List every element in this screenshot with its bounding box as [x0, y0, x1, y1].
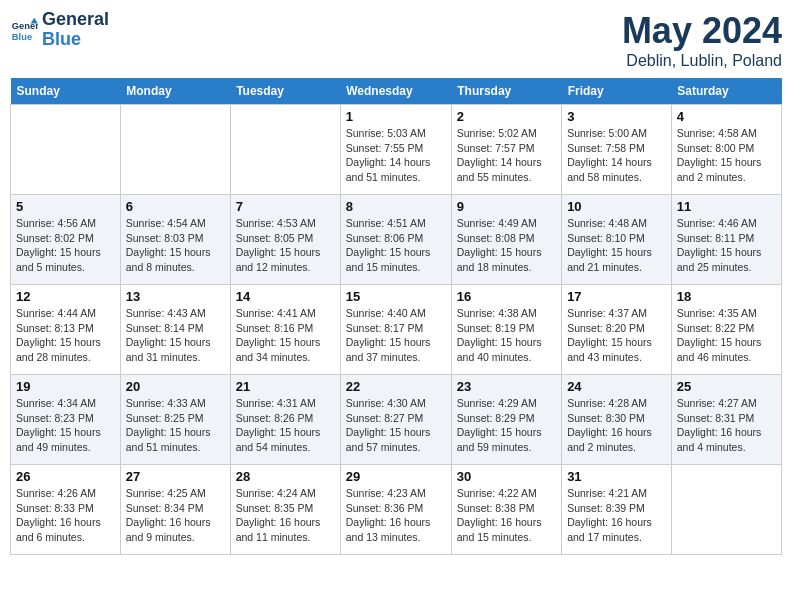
calendar-cell: 8Sunrise: 4:51 AM Sunset: 8:06 PM Daylig…	[340, 195, 451, 285]
day-info: Sunrise: 5:00 AM Sunset: 7:58 PM Dayligh…	[567, 126, 666, 185]
header-cell-thursday: Thursday	[451, 78, 561, 105]
header-row: SundayMondayTuesdayWednesdayThursdayFrid…	[11, 78, 782, 105]
calendar-cell: 19Sunrise: 4:34 AM Sunset: 8:23 PM Dayli…	[11, 375, 121, 465]
day-number: 17	[567, 289, 666, 304]
day-number: 8	[346, 199, 446, 214]
header-cell-saturday: Saturday	[671, 78, 781, 105]
day-info: Sunrise: 4:28 AM Sunset: 8:30 PM Dayligh…	[567, 396, 666, 455]
day-number: 9	[457, 199, 556, 214]
calendar-cell: 18Sunrise: 4:35 AM Sunset: 8:22 PM Dayli…	[671, 285, 781, 375]
day-info: Sunrise: 4:30 AM Sunset: 8:27 PM Dayligh…	[346, 396, 446, 455]
day-info: Sunrise: 4:51 AM Sunset: 8:06 PM Dayligh…	[346, 216, 446, 275]
day-number: 1	[346, 109, 446, 124]
day-info: Sunrise: 4:27 AM Sunset: 8:31 PM Dayligh…	[677, 396, 776, 455]
day-number: 18	[677, 289, 776, 304]
day-number: 4	[677, 109, 776, 124]
week-row-1: 5Sunrise: 4:56 AM Sunset: 8:02 PM Daylig…	[11, 195, 782, 285]
day-number: 28	[236, 469, 335, 484]
day-info: Sunrise: 4:24 AM Sunset: 8:35 PM Dayligh…	[236, 486, 335, 545]
day-number: 25	[677, 379, 776, 394]
calendar-cell: 22Sunrise: 4:30 AM Sunset: 8:27 PM Dayli…	[340, 375, 451, 465]
calendar-cell: 24Sunrise: 4:28 AM Sunset: 8:30 PM Dayli…	[562, 375, 672, 465]
day-number: 31	[567, 469, 666, 484]
day-info: Sunrise: 4:31 AM Sunset: 8:26 PM Dayligh…	[236, 396, 335, 455]
calendar-cell: 9Sunrise: 4:49 AM Sunset: 8:08 PM Daylig…	[451, 195, 561, 285]
day-number: 24	[567, 379, 666, 394]
day-info: Sunrise: 4:40 AM Sunset: 8:17 PM Dayligh…	[346, 306, 446, 365]
month-title: May 2024	[622, 10, 782, 52]
calendar-cell: 13Sunrise: 4:43 AM Sunset: 8:14 PM Dayli…	[120, 285, 230, 375]
day-number: 2	[457, 109, 556, 124]
day-info: Sunrise: 4:53 AM Sunset: 8:05 PM Dayligh…	[236, 216, 335, 275]
week-row-0: 1Sunrise: 5:03 AM Sunset: 7:55 PM Daylig…	[11, 105, 782, 195]
day-number: 11	[677, 199, 776, 214]
day-number: 13	[126, 289, 225, 304]
calendar-cell: 16Sunrise: 4:38 AM Sunset: 8:19 PM Dayli…	[451, 285, 561, 375]
day-info: Sunrise: 4:41 AM Sunset: 8:16 PM Dayligh…	[236, 306, 335, 365]
calendar-cell: 4Sunrise: 4:58 AM Sunset: 8:00 PM Daylig…	[671, 105, 781, 195]
day-number: 16	[457, 289, 556, 304]
day-number: 26	[16, 469, 115, 484]
day-number: 7	[236, 199, 335, 214]
day-info: Sunrise: 4:35 AM Sunset: 8:22 PM Dayligh…	[677, 306, 776, 365]
calendar-cell: 30Sunrise: 4:22 AM Sunset: 8:38 PM Dayli…	[451, 465, 561, 555]
calendar-cell	[230, 105, 340, 195]
svg-text:Blue: Blue	[12, 32, 32, 42]
day-info: Sunrise: 4:25 AM Sunset: 8:34 PM Dayligh…	[126, 486, 225, 545]
day-info: Sunrise: 4:37 AM Sunset: 8:20 PM Dayligh…	[567, 306, 666, 365]
week-row-3: 19Sunrise: 4:34 AM Sunset: 8:23 PM Dayli…	[11, 375, 782, 465]
calendar-cell: 2Sunrise: 5:02 AM Sunset: 7:57 PM Daylig…	[451, 105, 561, 195]
logo: General Blue General Blue	[10, 10, 109, 50]
logo-icon: General Blue	[10, 16, 38, 44]
calendar-cell: 15Sunrise: 4:40 AM Sunset: 8:17 PM Dayli…	[340, 285, 451, 375]
day-number: 22	[346, 379, 446, 394]
calendar-cell: 23Sunrise: 4:29 AM Sunset: 8:29 PM Dayli…	[451, 375, 561, 465]
calendar-cell: 14Sunrise: 4:41 AM Sunset: 8:16 PM Dayli…	[230, 285, 340, 375]
calendar-cell	[120, 105, 230, 195]
header-cell-monday: Monday	[120, 78, 230, 105]
day-info: Sunrise: 5:03 AM Sunset: 7:55 PM Dayligh…	[346, 126, 446, 185]
day-info: Sunrise: 4:38 AM Sunset: 8:19 PM Dayligh…	[457, 306, 556, 365]
day-info: Sunrise: 4:29 AM Sunset: 8:29 PM Dayligh…	[457, 396, 556, 455]
day-number: 21	[236, 379, 335, 394]
day-info: Sunrise: 4:46 AM Sunset: 8:11 PM Dayligh…	[677, 216, 776, 275]
title-area: May 2024 Deblin, Lublin, Poland	[622, 10, 782, 70]
calendar-cell: 12Sunrise: 4:44 AM Sunset: 8:13 PM Dayli…	[11, 285, 121, 375]
day-info: Sunrise: 4:54 AM Sunset: 8:03 PM Dayligh…	[126, 216, 225, 275]
location-title: Deblin, Lublin, Poland	[622, 52, 782, 70]
day-info: Sunrise: 4:21 AM Sunset: 8:39 PM Dayligh…	[567, 486, 666, 545]
calendar-cell: 29Sunrise: 4:23 AM Sunset: 8:36 PM Dayli…	[340, 465, 451, 555]
calendar-cell: 1Sunrise: 5:03 AM Sunset: 7:55 PM Daylig…	[340, 105, 451, 195]
header-cell-wednesday: Wednesday	[340, 78, 451, 105]
calendar-cell: 28Sunrise: 4:24 AM Sunset: 8:35 PM Dayli…	[230, 465, 340, 555]
header-cell-tuesday: Tuesday	[230, 78, 340, 105]
day-number: 29	[346, 469, 446, 484]
week-row-2: 12Sunrise: 4:44 AM Sunset: 8:13 PM Dayli…	[11, 285, 782, 375]
calendar-cell: 3Sunrise: 5:00 AM Sunset: 7:58 PM Daylig…	[562, 105, 672, 195]
calendar-cell: 11Sunrise: 4:46 AM Sunset: 8:11 PM Dayli…	[671, 195, 781, 285]
day-info: Sunrise: 5:02 AM Sunset: 7:57 PM Dayligh…	[457, 126, 556, 185]
day-number: 6	[126, 199, 225, 214]
day-info: Sunrise: 4:58 AM Sunset: 8:00 PM Dayligh…	[677, 126, 776, 185]
calendar-cell: 10Sunrise: 4:48 AM Sunset: 8:10 PM Dayli…	[562, 195, 672, 285]
calendar-table: SundayMondayTuesdayWednesdayThursdayFrid…	[10, 78, 782, 555]
day-number: 23	[457, 379, 556, 394]
calendar-cell: 26Sunrise: 4:26 AM Sunset: 8:33 PM Dayli…	[11, 465, 121, 555]
day-info: Sunrise: 4:23 AM Sunset: 8:36 PM Dayligh…	[346, 486, 446, 545]
day-info: Sunrise: 4:26 AM Sunset: 8:33 PM Dayligh…	[16, 486, 115, 545]
day-number: 12	[16, 289, 115, 304]
week-row-4: 26Sunrise: 4:26 AM Sunset: 8:33 PM Dayli…	[11, 465, 782, 555]
day-number: 14	[236, 289, 335, 304]
calendar-cell: 27Sunrise: 4:25 AM Sunset: 8:34 PM Dayli…	[120, 465, 230, 555]
day-info: Sunrise: 4:43 AM Sunset: 8:14 PM Dayligh…	[126, 306, 225, 365]
calendar-cell: 6Sunrise: 4:54 AM Sunset: 8:03 PM Daylig…	[120, 195, 230, 285]
day-info: Sunrise: 4:44 AM Sunset: 8:13 PM Dayligh…	[16, 306, 115, 365]
header-cell-friday: Friday	[562, 78, 672, 105]
calendar-cell: 7Sunrise: 4:53 AM Sunset: 8:05 PM Daylig…	[230, 195, 340, 285]
day-info: Sunrise: 4:49 AM Sunset: 8:08 PM Dayligh…	[457, 216, 556, 275]
day-info: Sunrise: 4:48 AM Sunset: 8:10 PM Dayligh…	[567, 216, 666, 275]
day-number: 10	[567, 199, 666, 214]
day-number: 15	[346, 289, 446, 304]
day-number: 19	[16, 379, 115, 394]
calendar-cell: 25Sunrise: 4:27 AM Sunset: 8:31 PM Dayli…	[671, 375, 781, 465]
